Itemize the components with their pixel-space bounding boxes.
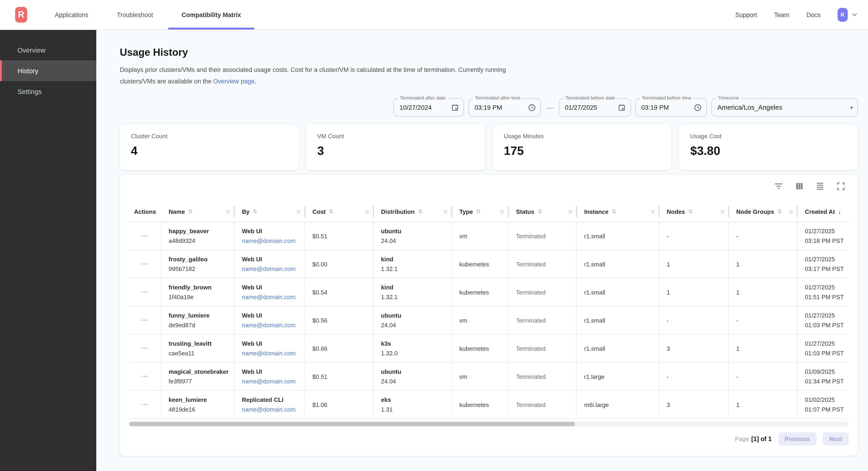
sort-icon[interactable]: ⇅ (418, 208, 423, 215)
column-menu-icon[interactable]: = (789, 208, 793, 215)
cell-created-at: 01/02/202501:07 PM PST (798, 391, 849, 418)
cell-distribution: eks1.31 (374, 391, 452, 418)
email-link[interactable]: name@domain.com (242, 350, 305, 357)
page-label: Page (735, 436, 749, 442)
sort-icon[interactable]: ⇅ (476, 208, 481, 215)
cell-instance: r1.small (577, 334, 659, 362)
cell-type: kubernetes (452, 334, 509, 362)
cell-name: magical_stonebrakerfe3f8977 (161, 363, 235, 390)
column-menu-icon[interactable]: = (226, 208, 230, 215)
replicated-logo[interactable]: R (15, 7, 27, 23)
column-header-cost[interactable]: Cost⇅= (305, 201, 374, 222)
scrollbar-thumb[interactable] (129, 422, 575, 426)
chevron-down-icon[interactable] (851, 11, 858, 18)
cell-instance: r1.small (577, 250, 659, 278)
cell-status: Terminated (509, 363, 577, 390)
top-nav: R Applications Troubleshoot Compatibilit… (0, 0, 868, 30)
filter-icon[interactable] (774, 182, 783, 190)
terminated-after-date-field[interactable]: Terminated after date 10/27/2024 (394, 98, 464, 117)
table-row: ••• magical_stonebrakerfe3f8977 Web UIna… (129, 363, 849, 391)
density-icon[interactable] (816, 182, 824, 190)
cell-distribution: kind1.32.1 (374, 250, 452, 278)
email-link[interactable]: name@domain.com (242, 237, 305, 244)
row-actions-button[interactable]: ••• (129, 250, 161, 278)
status-badge: Terminated (516, 233, 576, 239)
cell-name: frosty_galileo995b7182 (161, 250, 235, 278)
row-actions-button[interactable]: ••• (129, 363, 161, 390)
primary-tabs: Applications Troubleshoot Compatibility … (53, 0, 267, 29)
overview-page-link[interactable]: Overview page (213, 78, 254, 85)
avatar-initial: K (841, 11, 844, 18)
column-menu-icon[interactable]: = (365, 208, 369, 215)
cell-created-at: 01/09/202501:34 PM PST (798, 363, 849, 390)
clock-icon[interactable] (528, 104, 536, 111)
row-actions-button[interactable]: ••• (129, 391, 161, 418)
nav-link-team[interactable]: Team (774, 11, 789, 18)
row-actions-button[interactable]: ••• (129, 222, 161, 250)
next-page-button[interactable]: Next (823, 432, 849, 446)
terminated-after-time-field[interactable]: Terminated after time 03:19 PM (469, 98, 541, 117)
cell-type: vm (452, 363, 509, 390)
column-menu-icon[interactable]: = (568, 208, 572, 215)
column-header-type[interactable]: Type⇅= (452, 201, 509, 222)
sort-icon[interactable]: ⇅ (537, 208, 542, 215)
column-header-node-groups[interactable]: Node Groups⇅= (729, 201, 798, 222)
row-actions-button[interactable]: ••• (129, 334, 161, 362)
column-header-distribution[interactable]: Distribution⇅= (374, 201, 452, 222)
column-menu-icon[interactable]: = (297, 208, 300, 215)
column-header-status[interactable]: Status⇅= (509, 201, 577, 222)
horizontal-scrollbar[interactable] (129, 422, 849, 426)
sidebar-item-settings[interactable]: Settings (0, 81, 96, 102)
avatar[interactable]: K (838, 8, 848, 22)
table-row: ••• funny_lumierede9ed87d Web UIname@dom… (129, 306, 849, 334)
terminated-before-date-field[interactable]: Terminated before date 01/27/2025 (559, 98, 631, 117)
sort-icon[interactable]: ⇅ (329, 208, 334, 215)
email-link[interactable]: name@domain.com (242, 406, 305, 413)
cell-by: Replicated CLIname@domain.com (235, 391, 305, 418)
cell-type: kubernetes (452, 278, 509, 306)
sort-icon[interactable]: ⇅ (612, 208, 616, 215)
previous-page-button[interactable]: Previous (778, 432, 816, 446)
calendar-icon[interactable] (451, 104, 459, 111)
nav-right: Support Team Docs K (735, 8, 868, 22)
email-link[interactable]: name@domain.com (242, 322, 305, 329)
clock-icon[interactable] (694, 104, 702, 111)
pagination: Page [1] of 1 Previous Next (129, 432, 849, 446)
sidebar-item-overview[interactable]: Overview (0, 40, 96, 60)
tab-troubleshoot[interactable]: Troubleshoot (115, 0, 155, 29)
column-menu-icon[interactable]: = (651, 208, 655, 215)
tab-applications[interactable]: Applications (53, 0, 91, 29)
sort-icon[interactable]: ⇅ (253, 208, 257, 215)
nav-link-support[interactable]: Support (735, 11, 757, 18)
column-menu-icon[interactable]: = (720, 208, 724, 215)
sidebar-item-history[interactable]: History (0, 60, 96, 81)
column-header-nodes[interactable]: Nodes⇅= (659, 201, 729, 222)
row-actions-button[interactable]: ••• (129, 306, 161, 334)
email-link[interactable]: name@domain.com (242, 265, 305, 272)
sort-icon[interactable]: ⇅ (688, 208, 693, 215)
sort-icon[interactable]: ⇅ (188, 208, 193, 215)
column-menu-icon[interactable]: = (500, 208, 504, 215)
sort-desc-icon[interactable]: ↓ (838, 208, 841, 215)
timezone-select[interactable]: Timezone America/Los_Angeles ▾ (711, 98, 858, 117)
calendar-icon[interactable] (618, 104, 626, 111)
cell-node-groups: 1 (729, 334, 798, 362)
column-header-by[interactable]: By⇅= (235, 201, 305, 222)
nav-link-docs[interactable]: Docs (806, 11, 820, 18)
email-link[interactable]: name@domain.com (242, 294, 305, 300)
cell-created-at: 01/27/202503:17 PM PST (798, 250, 849, 278)
terminated-before-time-field[interactable]: Terminated before time 03:19 PM (636, 98, 707, 117)
cell-distribution: ubuntu24.04 (374, 306, 452, 334)
sort-icon[interactable]: ⇅ (777, 208, 782, 215)
row-actions-button[interactable]: ••• (129, 278, 161, 306)
column-menu-icon[interactable]: = (444, 208, 447, 215)
cell-by: Web UIname@domain.com (235, 363, 305, 390)
cell-cost: $0.51 (305, 363, 374, 390)
columns-icon[interactable] (795, 182, 804, 190)
column-header-created-at[interactable]: Created At↓ (798, 201, 849, 222)
email-link[interactable]: name@domain.com (242, 378, 305, 385)
tab-compatibility-matrix[interactable]: Compatibility Matrix (179, 0, 243, 29)
column-header-name[interactable]: Name⇅= (161, 201, 235, 222)
column-header-instance[interactable]: Instance⇅= (577, 201, 659, 222)
fullscreen-icon[interactable] (837, 182, 845, 190)
